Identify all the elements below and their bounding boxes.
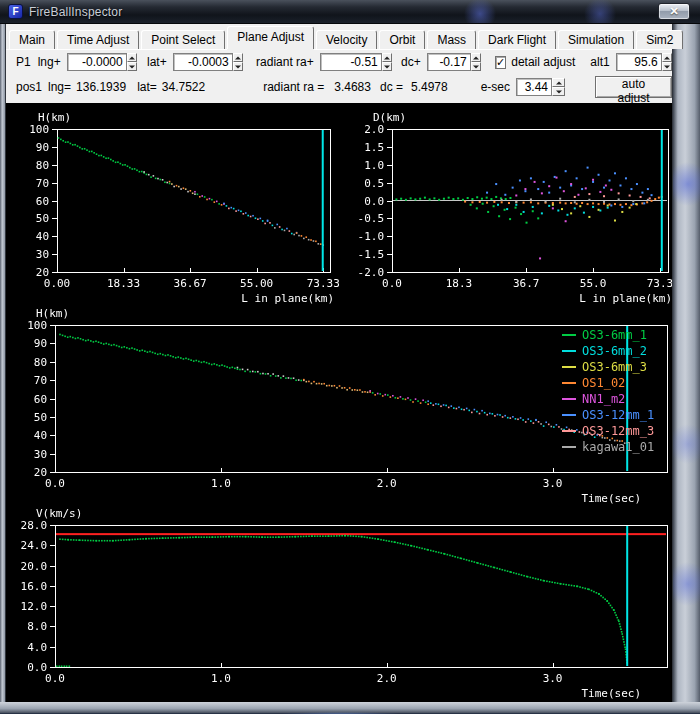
- legend-item: OS3-12mm_3: [562, 423, 654, 439]
- adjust-toolbar: P1 lng+ lat+ radiant ra+ dc+ ✓ detail ad…: [10, 52, 672, 72]
- pos1-lat-label: lat=: [137, 80, 157, 94]
- lat-label: lat+: [147, 55, 167, 69]
- detail-adjust-label: detail adjust: [511, 55, 575, 69]
- lng-label: lng+: [38, 55, 61, 69]
- legend-item: OS3-6mm_1: [562, 327, 654, 343]
- radiant-ra-label: radiant ra+: [256, 55, 314, 69]
- legend-item: OS1_02: [562, 375, 654, 391]
- legend-label: OS1_02: [582, 376, 625, 390]
- window-border-right: [672, 24, 700, 702]
- check-icon: ✓: [496, 56, 505, 68]
- legend-dash-icon: [562, 366, 576, 368]
- legend-item: NN1_m2: [562, 391, 654, 407]
- legend-label: OS3-6mm_1: [582, 328, 647, 342]
- dc-eq-value: 5.4978: [411, 80, 448, 94]
- radiant-ra-spinner[interactable]: [382, 53, 392, 71]
- radiant-ra-input[interactable]: [320, 53, 382, 71]
- tab-velocity[interactable]: Velocity: [316, 30, 377, 49]
- alt1-label: alt1: [590, 55, 609, 69]
- esec-spinner[interactable]: [552, 78, 565, 96]
- tab-content-divider: [6, 49, 672, 50]
- titlebar: F FireBallInspector ✕: [0, 0, 700, 24]
- tab-simulation[interactable]: Simulation: [558, 30, 634, 49]
- legend-item: OS3-6mm_3: [562, 359, 654, 375]
- legend-dash-icon: [562, 334, 576, 336]
- pos1-lng-value: 136.1939: [76, 80, 126, 94]
- legend-item: OS3-6mm_2: [562, 343, 654, 359]
- legend-label: NN1_m2: [582, 392, 625, 406]
- p1-label: P1: [16, 55, 31, 69]
- app-icon: F: [8, 4, 23, 19]
- dc-input[interactable]: [427, 53, 471, 71]
- legend-label: OS3-6mm_2: [582, 344, 647, 358]
- client-area: MainTime AdjustPoint SelectPlane AdjustV…: [6, 24, 672, 702]
- app-icon-letter: F: [12, 6, 18, 17]
- radiant-ra-eq-label: radiant ra =: [263, 80, 324, 94]
- legend-dash-icon: [562, 430, 576, 432]
- pos1-lng-label: lng=: [48, 80, 71, 94]
- window-title: FireBallInspector: [29, 5, 122, 19]
- auto-adjust-button[interactable]: auto adjust: [595, 76, 672, 98]
- tab-time-adjust[interactable]: Time Adjust: [57, 30, 139, 49]
- legend-dash-icon: [562, 414, 576, 416]
- chart-legend: OS3-6mm_1OS3-6mm_2OS3-6mm_3OS1_02NN1_m2O…: [562, 327, 654, 455]
- detail-adjust-checkbox[interactable]: ✓: [495, 56, 506, 69]
- tab-dark-flight[interactable]: Dark Flight: [478, 30, 556, 49]
- tab-point-select[interactable]: Point Select: [141, 30, 225, 49]
- dc-spinner[interactable]: [471, 53, 481, 71]
- pos1-label: pos1: [16, 80, 42, 94]
- pos1-lat-value: 34.7522: [162, 80, 205, 94]
- tab-main[interactable]: Main: [9, 30, 55, 49]
- dc-eq-label: dc =: [380, 80, 403, 94]
- tab-orbit[interactable]: Orbit: [379, 30, 425, 49]
- legend-dash-icon: [562, 398, 576, 400]
- legend-label: OS3-12mm_1: [582, 408, 654, 422]
- close-button[interactable]: ✕: [658, 3, 690, 20]
- lng-input[interactable]: [67, 53, 127, 71]
- tab-mass[interactable]: Mass: [427, 30, 476, 49]
- lng-spinner[interactable]: [127, 53, 137, 71]
- chart-panel: OS3-6mm_1OS3-6mm_2OS3-6mm_3OS1_02NN1_m2O…: [6, 103, 672, 702]
- status-toolbar: pos1 lng= 136.1939 lat= 34.7522 radiant …: [10, 76, 672, 98]
- tab-strip: MainTime AdjustPoint SelectPlane AdjustV…: [9, 28, 672, 49]
- close-icon: ✕: [669, 5, 678, 17]
- alt1-input[interactable]: [616, 53, 662, 71]
- legend-dash-icon: [562, 382, 576, 384]
- esec-label: e-sec: [481, 80, 510, 94]
- dc-label: dc+: [401, 55, 421, 69]
- lat-spinner[interactable]: [233, 53, 243, 71]
- alt1-spinner[interactable]: [662, 53, 672, 71]
- legend-label: OS3-6mm_3: [582, 360, 647, 374]
- app-window: F FireBallInspector ✕ MainTime AdjustPoi…: [0, 0, 700, 714]
- legend-label: kagawa1_01: [582, 440, 654, 454]
- radiant-ra-eq-value: 3.4683: [334, 80, 371, 94]
- legend-item: kagawa1_01: [562, 439, 654, 455]
- window-border-bottom: [0, 702, 700, 714]
- legend-label: OS3-12mm_3: [582, 424, 654, 438]
- tab-plane-adjust[interactable]: Plane Adjust: [227, 26, 314, 49]
- legend-dash-icon: [562, 446, 576, 448]
- legend-dash-icon: [562, 350, 576, 352]
- legend-item: OS3-12mm_1: [562, 407, 654, 423]
- tab-sim2[interactable]: Sim2: [636, 30, 683, 49]
- lat-input[interactable]: [173, 53, 233, 71]
- esec-input[interactable]: [516, 78, 552, 96]
